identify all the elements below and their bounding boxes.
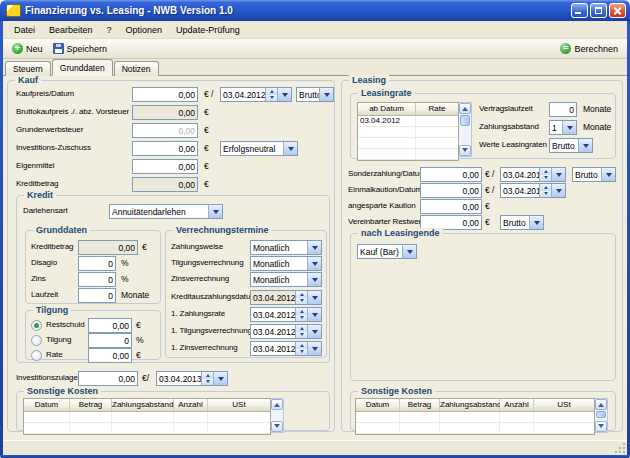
- table-row[interactable]: [24, 412, 270, 423]
- col-zahlungsabstand[interactable]: Zahlungsabstand: [112, 399, 174, 412]
- kaufpreis-mode-select[interactable]: Brutto: [296, 87, 334, 102]
- tab-grunddaten[interactable]: Grunddaten: [52, 59, 113, 76]
- restwert-mode-select[interactable]: Brutto: [500, 215, 544, 230]
- tilgungsverrechnung-select[interactable]: Monatlich: [250, 256, 322, 271]
- sonderzahlung-input[interactable]: [420, 167, 482, 182]
- chevron-down-icon[interactable]: [208, 205, 222, 218]
- zins-input[interactable]: [78, 272, 116, 287]
- einmalkaution-date[interactable]: 03.04.2012: [500, 183, 566, 198]
- speichern-button[interactable]: Speichern: [48, 40, 113, 57]
- scroll-down-icon[interactable]: [271, 421, 283, 432]
- einmalkaution-input[interactable]: [420, 183, 482, 198]
- investitionszulage-input[interactable]: [78, 371, 138, 386]
- spinner-icon[interactable]: [539, 184, 551, 197]
- sonderzahlung-mode-select[interactable]: Brutto: [572, 167, 616, 182]
- spinner-icon[interactable]: [201, 372, 213, 385]
- chevron-down-icon[interactable]: [277, 88, 291, 101]
- tab-notizen[interactable]: Notizen: [114, 61, 159, 76]
- rate-radio[interactable]: [31, 350, 42, 361]
- eigenmittel-input[interactable]: [132, 159, 198, 174]
- scroll-down-icon[interactable]: [595, 421, 607, 432]
- disagio-input[interactable]: [78, 256, 116, 271]
- resize-grip[interactable]: [616, 444, 626, 454]
- scrollbar[interactable]: [595, 398, 608, 433]
- chevron-down-icon[interactable]: [307, 257, 321, 270]
- spinner-icon[interactable]: [295, 342, 307, 355]
- menu-datei[interactable]: Datei: [7, 23, 42, 37]
- zahlungsweise-select[interactable]: Monatlich: [250, 240, 322, 255]
- table-row[interactable]: [356, 412, 594, 423]
- zinsverrechnung1-date[interactable]: 03.04.2012: [250, 341, 322, 356]
- angesparte-kaution-input[interactable]: [420, 199, 482, 214]
- menu-update-pruefung[interactable]: Update-Prüfung: [169, 23, 247, 37]
- chevron-down-icon[interactable]: [319, 88, 333, 101]
- chevron-down-icon[interactable]: [307, 308, 321, 321]
- menu-bearbeiten[interactable]: Bearbeiten: [42, 23, 100, 37]
- col-ust[interactable]: USt: [534, 399, 594, 412]
- col-zahlungsabstand[interactable]: Zahlungsabstand: [440, 399, 500, 412]
- table-row[interactable]: [24, 423, 270, 434]
- col-datum[interactable]: Datum: [24, 399, 70, 412]
- chevron-down-icon[interactable]: [307, 325, 321, 338]
- tab-steuern[interactable]: Steuern: [5, 61, 51, 76]
- kreditauszahlungsdatum-date[interactable]: 03.04.2012: [250, 290, 322, 305]
- spinner-icon[interactable]: [295, 291, 307, 304]
- berechnen-button[interactable]: = Berechnen: [555, 40, 623, 57]
- werte-leasingraten-select[interactable]: Brutto: [549, 138, 593, 153]
- kaufpreis-date[interactable]: 03.04.2012: [220, 87, 292, 102]
- minimize-icon[interactable]: [571, 3, 588, 18]
- sonderzahlung-date[interactable]: 03.04.2012: [500, 167, 566, 182]
- restschuld-input[interactable]: [88, 318, 132, 333]
- chevron-down-icon[interactable]: [307, 241, 321, 254]
- col-betrag[interactable]: Betrag: [70, 399, 112, 412]
- zahlungsabstand-select[interactable]: 1: [549, 120, 577, 135]
- chevron-down-icon[interactable]: [307, 291, 321, 304]
- col-anzahl[interactable]: Anzahl: [500, 399, 534, 412]
- chevron-down-icon[interactable]: [283, 142, 297, 155]
- neu-button[interactable]: + Neu: [7, 40, 48, 57]
- spinner-icon[interactable]: [265, 88, 277, 101]
- scrollbar-thumb[interactable]: [596, 411, 606, 418]
- kaufpreis-input[interactable]: [132, 87, 198, 102]
- chevron-down-icon[interactable]: [307, 342, 321, 355]
- col-datum[interactable]: Datum: [356, 399, 400, 412]
- maximize-icon[interactable]: [590, 3, 607, 18]
- chevron-down-icon[interactable]: [551, 168, 565, 181]
- darlehensart-select[interactable]: Annuitätendarlehen: [109, 204, 223, 219]
- menu-hilfe[interactable]: ?: [100, 23, 119, 37]
- nach-leasingende-select[interactable]: Kauf (Bar): [357, 244, 417, 259]
- chevron-down-icon[interactable]: [578, 139, 592, 152]
- laufzeit-input[interactable]: [78, 288, 116, 303]
- tilgungsverrechnung1-date[interactable]: 03.04.2012: [250, 324, 322, 339]
- chevron-down-icon[interactable]: [601, 168, 615, 181]
- chevron-down-icon[interactable]: [213, 372, 227, 385]
- col-ust[interactable]: USt: [208, 399, 270, 412]
- col-anzahl[interactable]: Anzahl: [174, 399, 208, 412]
- title-bar[interactable]: Finanzierung vs. Leasing - NWB Version 1…: [0, 0, 630, 21]
- chevron-down-icon[interactable]: [402, 245, 416, 258]
- zinsverrechnung-select[interactable]: Monatlich: [250, 272, 322, 287]
- scroll-up-icon[interactable]: [271, 399, 283, 410]
- zahlungsrate1-date[interactable]: 03.04.2012: [250, 307, 322, 322]
- zuschuss-input[interactable]: [132, 141, 198, 156]
- spinner-icon[interactable]: [539, 168, 551, 181]
- spinner-icon[interactable]: [295, 308, 307, 321]
- close-icon[interactable]: [609, 3, 626, 18]
- tilgung-radio[interactable]: [31, 335, 42, 346]
- chevron-down-icon[interactable]: [551, 184, 565, 197]
- restschuld-radio[interactable]: [31, 320, 42, 331]
- chevron-down-icon[interactable]: [529, 216, 543, 229]
- table-row[interactable]: [356, 423, 594, 434]
- tilgung-input[interactable]: [88, 333, 132, 348]
- scrollbar[interactable]: [271, 398, 284, 433]
- rate-input[interactable]: [88, 348, 132, 363]
- spinner-icon[interactable]: [295, 325, 307, 338]
- chevron-down-icon[interactable]: [562, 121, 576, 134]
- col-betrag[interactable]: Betrag: [400, 399, 440, 412]
- scroll-up-icon[interactable]: [595, 399, 607, 410]
- zuschuss-mode-select[interactable]: Erfolgsneutral: [220, 141, 298, 156]
- vertragslaufzeit-input[interactable]: [549, 102, 577, 117]
- chevron-down-icon[interactable]: [307, 273, 321, 286]
- menu-optionen[interactable]: Optionen: [119, 23, 170, 37]
- investitionszulage-date[interactable]: 03.04.2013: [156, 371, 228, 386]
